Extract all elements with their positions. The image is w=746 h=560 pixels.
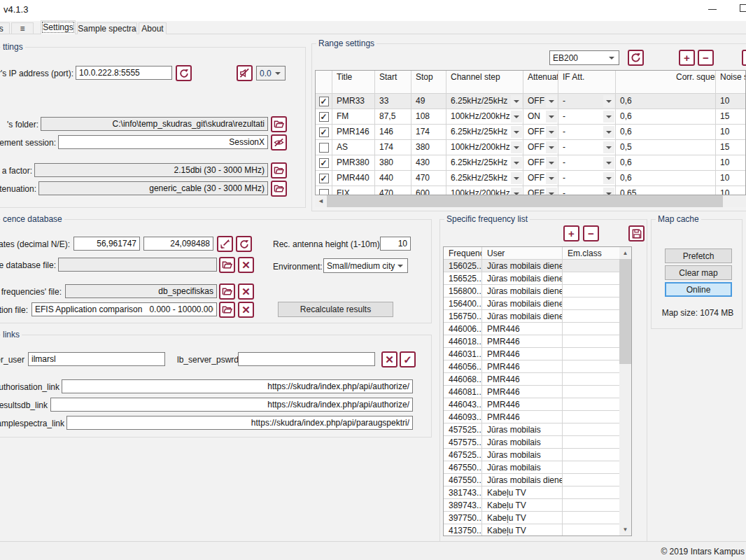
cell-user[interactable]: PMR446 — [482, 335, 563, 347]
licence-db-clear-button[interactable]: ✕ — [238, 257, 254, 273]
tab-sample-spectra[interactable]: Sample spectra — [77, 22, 137, 34]
cell-stop[interactable]: 49 — [411, 94, 446, 108]
dropdown-arrow-icon[interactable] — [546, 157, 557, 169]
cell-em-class[interactable] — [563, 373, 621, 385]
cell-noise-squelch[interactable]: 10 — [716, 171, 746, 186]
dropdown-arrow-icon[interactable] — [546, 172, 557, 184]
cell-frequency[interactable]: 446018... — [444, 335, 482, 347]
cell-frequency[interactable]: 457525... — [444, 424, 482, 435]
cell-noise-squelch[interactable]: 15 — [716, 109, 746, 124]
list-item[interactable]: 446006...PMR446 — [444, 323, 631, 335]
list-item[interactable]: 381743...Kabeļu TV — [444, 486, 631, 499]
cell-em-class[interactable] — [563, 499, 621, 511]
range-table-hscrollbar[interactable]: ◄ — [315, 195, 746, 207]
cell-user[interactable]: Kabeļu TV — [482, 499, 563, 511]
grid-combo-cell[interactable]: - — [558, 94, 616, 108]
list-item[interactable]: 446068...PMR446 — [444, 373, 631, 386]
dropdown-arrow-icon[interactable] — [511, 172, 522, 184]
cell-start[interactable]: 174 — [375, 140, 411, 155]
cell-stop[interactable]: 174 — [411, 125, 446, 139]
application-file-input[interactable] — [31, 302, 217, 316]
checkbox[interactable] — [319, 189, 329, 195]
ip-address-input[interactable] — [76, 66, 172, 80]
table-row[interactable]: ✓PMR3803804306.25kHz/25kHzOFF-0,610 — [316, 155, 745, 171]
cell-start[interactable]: 87,5 — [375, 109, 411, 124]
range-extra-button[interactable] — [742, 50, 746, 66]
cell-user[interactable]: Jūras mobilais — [482, 461, 563, 473]
column-header-channel-step[interactable]: Channel step — [446, 71, 523, 93]
cell-em-class[interactable] — [563, 398, 621, 410]
cell-frequency[interactable]: 156025... — [444, 260, 482, 272]
list-item[interactable]: 446093...PMR446 — [444, 411, 631, 424]
column-header-checkbox[interactable] — [316, 71, 332, 93]
cell-em-class[interactable] — [563, 323, 621, 335]
list-item[interactable]: 446043...PMR446 — [444, 398, 631, 411]
dropdown-arrow-icon[interactable] — [546, 95, 557, 107]
cell-em-class[interactable] — [563, 285, 621, 297]
grid-combo-cell[interactable]: - — [558, 155, 616, 170]
cable-attenuation-browse-button[interactable] — [271, 181, 287, 197]
cell-user[interactable]: Kabeļu TV — [482, 486, 563, 498]
cell-frequency[interactable]: 446056... — [444, 360, 482, 372]
frequency-add-button[interactable]: + — [563, 225, 579, 241]
cell-user[interactable]: Jūras mobilais — [482, 424, 563, 435]
table-row[interactable]: ✓FM87,5108100kHz/200kHzON-0,615 — [316, 109, 745, 125]
dropdown-arrow-icon[interactable] — [511, 157, 522, 169]
cell-corr-squelch[interactable]: 0,6 — [616, 155, 716, 170]
dropdown-arrow-icon[interactable] — [546, 141, 557, 153]
cell-corr-squelch[interactable]: 0,6 — [616, 94, 716, 108]
cell-em-class[interactable] — [563, 486, 621, 498]
cell-stop[interactable]: 430 — [411, 155, 446, 170]
results-folder-input[interactable] — [41, 117, 268, 131]
cell-start[interactable]: 146 — [375, 125, 411, 139]
grid-combo-cell[interactable]: 100kHz/200kHz — [446, 109, 523, 124]
cell-corr-squelch[interactable]: 0,65 — [616, 186, 716, 195]
list-item[interactable]: 397750...Kabeļu TV — [444, 512, 631, 524]
cell-frequency[interactable]: 156750... — [444, 310, 482, 322]
column-header-attenuation[interactable]: Attenuation — [523, 71, 558, 93]
column-header-corr-squelch[interactable]: Corr. squelch — [616, 71, 716, 93]
password-confirm-button[interactable]: ✓ — [400, 351, 416, 368]
cell-frequency[interactable]: 381743... — [444, 486, 482, 498]
specific-frequencies-browse-button[interactable] — [219, 284, 235, 300]
column-header-if-att[interactable]: IF Att. — [558, 71, 616, 93]
grid-combo-cell[interactable]: 6.25kHz/25kHz — [446, 94, 523, 108]
cell-corr-squelch[interactable]: 0,6 — [616, 109, 716, 124]
range-remove-button[interactable]: − — [698, 50, 714, 66]
column-header-stop[interactable]: Stop — [411, 71, 446, 93]
dropdown-arrow-icon[interactable] — [603, 188, 614, 195]
list-item[interactable]: 156525...Jūras mobilais dienests — [444, 272, 631, 285]
cell-em-class[interactable] — [563, 335, 621, 347]
cell-em-class[interactable] — [563, 474, 621, 486]
table-row[interactable]: ✓PMR4404404706.25kHz/25kHzOFF-0,610 — [316, 171, 745, 186]
cell-user[interactable]: PMR446 — [482, 323, 563, 335]
table-row[interactable]: ✓PMR1461461746.25kHz/25kHzOFF-0,610 — [316, 125, 745, 140]
cell-user[interactable]: Jūras mobilais dienests — [482, 260, 563, 272]
server-user-input[interactable] — [28, 352, 165, 366]
clear-map-button[interactable]: Clear map — [665, 265, 732, 280]
grid-combo-cell[interactable]: 6.25kHz/25kHz — [446, 171, 523, 186]
licence-db-file-input[interactable] — [58, 258, 217, 272]
column-header-em-class[interactable]: Em.class — [563, 247, 621, 259]
coordinate-e-input[interactable] — [143, 237, 213, 251]
cell-user[interactable]: PMR446 — [482, 373, 563, 385]
cell-start[interactable]: 440 — [375, 171, 411, 186]
dropdown-arrow-icon[interactable] — [603, 172, 614, 184]
cell-user[interactable]: Jūras mobilais — [482, 449, 563, 461]
column-header-frequency[interactable]: Frequency — [444, 247, 482, 259]
list-item[interactable]: 413750...Kabeļu TV — [444, 524, 631, 536]
gps-locate-button[interactable] — [217, 236, 233, 252]
cell-user[interactable]: PMR446 — [482, 411, 563, 423]
scroll-up-icon[interactable]: ▲ — [619, 247, 631, 259]
cell-user[interactable]: Kabeļu TV — [482, 524, 563, 536]
grid-combo-cell[interactable]: - — [558, 125, 616, 139]
samplespectra-link-input[interactable] — [66, 416, 413, 430]
dropdown-arrow-icon[interactable] — [603, 126, 614, 138]
coordinate-n-input[interactable] — [73, 237, 140, 251]
resultsdb-link-input[interactable] — [50, 398, 413, 412]
dropdown-arrow-icon[interactable] — [511, 111, 522, 122]
cell-frequency[interactable]: 389743... — [444, 499, 482, 511]
grid-combo-cell[interactable]: - — [558, 171, 616, 186]
cell-user[interactable]: PMR446 — [482, 348, 563, 360]
password-clear-button[interactable]: ✕ — [381, 351, 397, 368]
